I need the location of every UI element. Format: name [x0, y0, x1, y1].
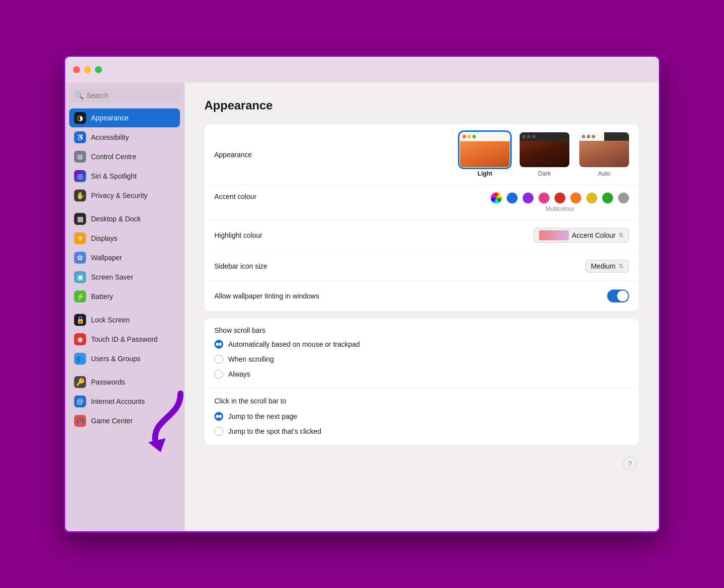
- scroll-scrolling-radio[interactable]: [214, 355, 223, 364]
- click-spot-radio[interactable]: [214, 427, 223, 436]
- desktop-icon: ▦: [74, 213, 86, 225]
- sidebar-item-label: Wallpaper: [91, 254, 122, 262]
- sidebar-item-touch-id[interactable]: ◉ Touch ID & Password: [69, 330, 180, 349]
- sidebar-item-passwords[interactable]: 🔑 Passwords: [69, 373, 180, 392]
- sidebar-item-users-groups[interactable]: 👥 Users & Groups: [69, 349, 180, 368]
- sidebar: 🔍 ◑ Appearance ♿ Accessibility ⊞ Control…: [65, 83, 184, 531]
- sidebar-icon-size-label: Sidebar icon size: [214, 262, 268, 270]
- accent-green[interactable]: [602, 193, 613, 203]
- accent-colour-options: [491, 193, 629, 203]
- sidebar-item-displays[interactable]: ☀ Displays: [69, 229, 180, 248]
- wallpaper-tinting-toggle[interactable]: [607, 290, 629, 302]
- accent-red[interactable]: [554, 193, 565, 203]
- sidebar-item-label: Internet Accounts: [91, 397, 145, 405]
- accent-pink[interactable]: [539, 193, 549, 203]
- sidebar-icon-size-row: Sidebar icon size Medium ⇅: [204, 251, 639, 281]
- sidebar-item-screen-saver[interactable]: ▣ Screen Saver: [69, 268, 180, 287]
- scroll-bars-section-card: Show scroll bars Automatically based on …: [204, 319, 639, 445]
- scroll-always-option[interactable]: Always: [214, 367, 629, 382]
- click-next-page-option[interactable]: Jump to the next page: [214, 409, 629, 424]
- scroll-bar-click-title: Click in the scroll bar to: [214, 390, 629, 407]
- sidebar-item-label: Displays: [91, 234, 117, 242]
- sidebar-item-label: Control Centre: [91, 153, 136, 161]
- sidebar-item-appearance[interactable]: ◑ Appearance: [69, 108, 180, 127]
- sidebar-item-desktop-dock[interactable]: ▦ Desktop & Dock: [69, 209, 180, 228]
- click-next-page-label: Jump to the next page: [228, 412, 297, 420]
- sidebar-item-game-center[interactable]: 🎮 Game Center: [69, 411, 180, 430]
- accent-colour-label: Accent colour: [214, 193, 257, 200]
- sidebar-item-label: Appearance: [91, 114, 129, 122]
- scroll-scrolling-label: When scrolling: [228, 355, 274, 363]
- chevron-updown-icon-2: ⇅: [619, 263, 624, 270]
- wallpaper-tinting-label: Allow wallpaper tinting in windows: [214, 292, 319, 300]
- dark-thumbnail[interactable]: [520, 132, 569, 167]
- search-icon: 🔍: [75, 92, 84, 99]
- sidebar-item-label: Desktop & Dock: [91, 215, 141, 223]
- sidebar-item-lock-screen[interactable]: 🔒 Lock Screen: [69, 310, 180, 329]
- sidebar-item-wallpaper[interactable]: ✿ Wallpaper: [69, 248, 180, 267]
- scroll-always-radio[interactable]: [214, 370, 223, 379]
- sidebar-item-label: Screen Saver: [91, 273, 133, 281]
- scroll-auto-option[interactable]: Automatically based on mouse or trackpad: [214, 337, 629, 352]
- accent-orange[interactable]: [570, 193, 581, 203]
- appearance-dark-option[interactable]: Dark: [520, 132, 569, 177]
- internet-icon: @: [74, 395, 86, 407]
- sidebar-item-control-centre[interactable]: ⊞ Control Centre: [69, 147, 180, 166]
- scroll-bar-click-options: Jump to the next page Jump to the spot t…: [204, 407, 639, 445]
- accessibility-icon: ♿: [74, 131, 86, 143]
- sidebar-item-label: Touch ID & Password: [91, 335, 158, 343]
- light-thumbnail[interactable]: [460, 132, 510, 167]
- sidebar-item-label: Battery: [91, 293, 113, 300]
- accent-multicolor[interactable]: [491, 193, 502, 203]
- close-button[interactable]: [73, 66, 80, 73]
- auto-thumbnail[interactable]: [579, 132, 629, 167]
- sidebar-item-privacy-security[interactable]: ✋ Privacy & Security: [69, 186, 180, 205]
- help-button[interactable]: ?: [623, 457, 637, 471]
- click-spot-label: Jump to the spot that's clicked: [228, 427, 321, 435]
- click-spot-option[interactable]: Jump to the spot that's clicked: [214, 424, 629, 439]
- appearance-light-option[interactable]: Light: [460, 132, 510, 177]
- page-title: Appearance: [204, 98, 639, 112]
- show-scroll-bars-options: Automatically based on mouse or trackpad…: [204, 335, 639, 388]
- control-centre-icon: ⊞: [74, 151, 86, 163]
- sidebar-item-label: Users & Groups: [91, 355, 141, 363]
- sidebar-item-accessibility[interactable]: ♿ Accessibility: [69, 128, 180, 147]
- users-icon: 👥: [74, 353, 86, 365]
- sidebar-item-label: Privacy & Security: [91, 192, 148, 199]
- search-bar[interactable]: 🔍: [69, 89, 180, 102]
- appearance-mode-row: Appearance: [204, 124, 639, 186]
- auto-label: Auto: [598, 170, 611, 177]
- minimize-button[interactable]: [84, 66, 91, 73]
- lockscreen-icon: 🔒: [74, 314, 86, 326]
- sidebar-item-label: Game Center: [91, 417, 133, 425]
- sidebar-item-battery[interactable]: ⚡ Battery: [69, 287, 180, 306]
- sidebar-icon-size-dropdown[interactable]: Medium ⇅: [585, 260, 629, 273]
- accent-purple[interactable]: [523, 193, 534, 203]
- screensaver-icon: ▣: [74, 271, 86, 283]
- accent-blue[interactable]: [507, 193, 518, 203]
- highlight-preview: [539, 230, 569, 240]
- highlight-colour-label: Highlight colour: [214, 231, 263, 239]
- sidebar-item-internet-accounts[interactable]: @ Internet Accounts: [69, 392, 180, 411]
- sidebar-item-label: Lock Screen: [91, 316, 130, 324]
- sidebar-icon-size-value: Medium: [591, 262, 616, 270]
- click-next-page-radio[interactable]: [214, 412, 223, 421]
- touchid-icon: ◉: [74, 333, 86, 345]
- scroll-scrolling-option[interactable]: When scrolling: [214, 352, 629, 367]
- wallpaper-icon: ✿: [74, 252, 86, 264]
- highlight-colour-value: Accent Colour: [572, 231, 616, 239]
- scroll-auto-label: Automatically based on mouse or trackpad: [228, 340, 360, 348]
- appearance-icon: ◑: [74, 112, 86, 124]
- search-input[interactable]: [87, 92, 174, 99]
- accent-graphite[interactable]: [618, 193, 629, 203]
- chevron-updown-icon: ⇅: [619, 232, 624, 239]
- appearance-section-card: Appearance: [204, 124, 639, 311]
- maximize-button[interactable]: [95, 66, 102, 73]
- scroll-auto-radio[interactable]: [214, 340, 223, 349]
- accent-yellow[interactable]: [586, 193, 597, 203]
- sidebar-item-siri-spotlight[interactable]: ◎ Siri & Spotlight: [69, 167, 180, 186]
- highlight-colour-row: Highlight colour Accent Colour ⇅: [204, 220, 639, 251]
- highlight-colour-dropdown[interactable]: Accent Colour ⇅: [534, 228, 629, 243]
- appearance-auto-option[interactable]: Auto: [579, 132, 629, 177]
- appearance-mode-options: Light: [460, 132, 629, 177]
